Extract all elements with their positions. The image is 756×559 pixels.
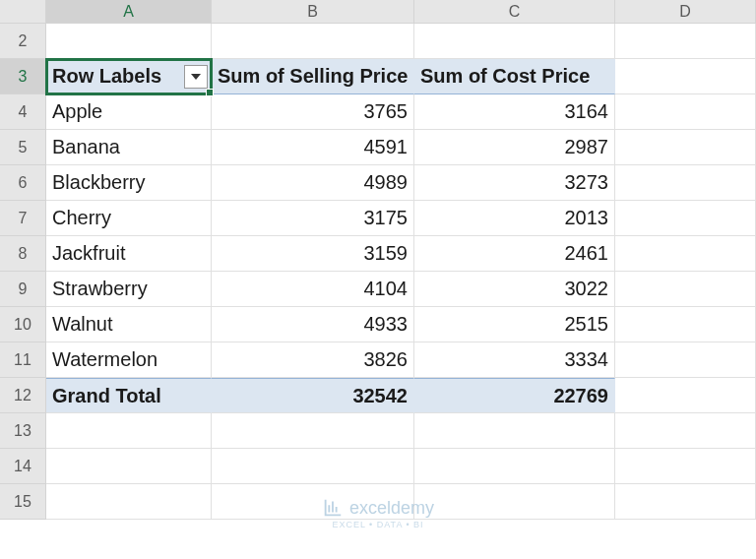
cell[interactable]	[615, 165, 756, 201]
cell[interactable]: 3159	[212, 236, 414, 272]
table-row: Row Labels Sum of Selling Price Sum of C…	[46, 59, 756, 94]
cell[interactable]: Jackfruit	[46, 236, 212, 272]
cell-text: Row Labels	[52, 65, 161, 88]
table-row: Grand Total 32542 22769	[46, 378, 756, 413]
cell[interactable]: 3175	[212, 201, 414, 236]
cell[interactable]: 4591	[212, 130, 414, 165]
cell-grid: Row Labels Sum of Selling Price Sum of C…	[46, 24, 756, 520]
cell[interactable]	[46, 449, 212, 484]
cell[interactable]: 4933	[212, 307, 414, 342]
cell[interactable]: 3273	[414, 165, 615, 201]
fill-handle[interactable]	[206, 89, 214, 96]
table-row: Jackfruit 3159 2461	[46, 236, 756, 272]
grand-total-value[interactable]: 22769	[414, 378, 615, 413]
cell[interactable]	[615, 236, 756, 272]
col-header-b[interactable]: B	[212, 0, 414, 24]
cell[interactable]: Walnut	[46, 307, 212, 342]
cell[interactable]: 4989	[212, 165, 414, 201]
pivot-col-header[interactable]: Sum of Cost Price	[414, 59, 615, 94]
row-header-14[interactable]: 14	[0, 449, 46, 484]
cell[interactable]: 2987	[414, 130, 615, 165]
cell[interactable]: 2013	[414, 201, 615, 236]
column-headers: A B C D	[46, 0, 756, 24]
table-row: Watermelon 3826 3334	[46, 342, 756, 378]
cell[interactable]: Cherry	[46, 201, 212, 236]
watermark-subtext: EXCEL • DATA • BI	[332, 520, 423, 529]
cell[interactable]	[615, 484, 756, 520]
watermark-text: exceldemy	[349, 498, 434, 519]
cell[interactable]	[615, 272, 756, 307]
table-row: Apple 3765 3164	[46, 94, 756, 130]
grand-total-label[interactable]: Grand Total	[46, 378, 212, 413]
cell[interactable]	[615, 24, 756, 59]
watermark-logo: exceldemy	[322, 497, 434, 519]
cell[interactable]: 3826	[212, 342, 414, 378]
table-row: Blackberry 4989 3273	[46, 165, 756, 201]
cell[interactable]	[615, 449, 756, 484]
cell[interactable]: 3334	[414, 342, 615, 378]
cell[interactable]	[414, 413, 615, 449]
cell[interactable]	[615, 342, 756, 378]
col-header-d[interactable]: D	[615, 0, 756, 24]
row-headers: 2 3 4 5 6 7 8 9 10 11 12 13 14 15	[0, 24, 46, 520]
pivot-row-labels-header[interactable]: Row Labels	[46, 59, 212, 94]
cell[interactable]: 3164	[414, 94, 615, 130]
table-row	[46, 24, 756, 59]
row-header-7[interactable]: 7	[0, 201, 46, 236]
row-header-10[interactable]: 10	[0, 307, 46, 342]
table-row: Banana 4591 2987	[46, 130, 756, 165]
chart-icon	[322, 497, 344, 519]
pivot-col-header[interactable]: Sum of Selling Price	[212, 59, 414, 94]
table-row: Strawberry 4104 3022	[46, 272, 756, 307]
cell[interactable]	[212, 449, 414, 484]
cell[interactable]	[46, 24, 212, 59]
table-row	[46, 449, 756, 484]
cell[interactable]: Watermelon	[46, 342, 212, 378]
col-header-c[interactable]: C	[414, 0, 615, 24]
cell[interactable]: Banana	[46, 130, 212, 165]
row-header-8[interactable]: 8	[0, 236, 46, 272]
cell[interactable]	[212, 24, 414, 59]
row-header-4[interactable]: 4	[0, 94, 46, 130]
select-all-corner[interactable]	[0, 0, 46, 24]
cell[interactable]	[615, 201, 756, 236]
spreadsheet: A B C D 2 3 4 5 6 7 8 9 10 11 12 13 14 1…	[0, 0, 756, 559]
cell[interactable]	[615, 413, 756, 449]
row-header-15[interactable]: 15	[0, 484, 46, 520]
filter-button[interactable]	[184, 65, 208, 89]
table-row: Cherry 3175 2013	[46, 201, 756, 236]
cell[interactable]	[615, 94, 756, 130]
cell[interactable]: 3022	[414, 272, 615, 307]
row-header-3[interactable]: 3	[0, 59, 46, 94]
cell[interactable]: 2461	[414, 236, 615, 272]
cell[interactable]	[615, 378, 756, 413]
row-header-12[interactable]: 12	[0, 378, 46, 413]
row-header-13[interactable]: 13	[0, 413, 46, 449]
cell[interactable]: 3765	[212, 94, 414, 130]
cell[interactable]	[414, 484, 615, 520]
cell[interactable]	[615, 59, 756, 94]
cell[interactable]: Blackberry	[46, 165, 212, 201]
cell[interactable]: 2515	[414, 307, 615, 342]
cell[interactable]	[414, 449, 615, 484]
cell[interactable]: 4104	[212, 272, 414, 307]
row-header-2[interactable]: 2	[0, 24, 46, 59]
row-header-11[interactable]: 11	[0, 342, 46, 378]
cell[interactable]	[414, 24, 615, 59]
row-header-5[interactable]: 5	[0, 130, 46, 165]
cell[interactable]	[46, 413, 212, 449]
cell[interactable]	[615, 130, 756, 165]
col-header-a[interactable]: A	[46, 0, 212, 24]
chevron-down-icon	[191, 74, 201, 80]
cell[interactable]	[615, 307, 756, 342]
grand-total-value[interactable]: 32542	[212, 378, 414, 413]
cell[interactable]: Strawberry	[46, 272, 212, 307]
cell[interactable]	[212, 413, 414, 449]
cell[interactable]: Apple	[46, 94, 212, 130]
table-row: Walnut 4933 2515	[46, 307, 756, 342]
cell[interactable]	[46, 484, 212, 520]
table-row	[46, 413, 756, 449]
row-header-9[interactable]: 9	[0, 272, 46, 307]
row-header-6[interactable]: 6	[0, 165, 46, 201]
